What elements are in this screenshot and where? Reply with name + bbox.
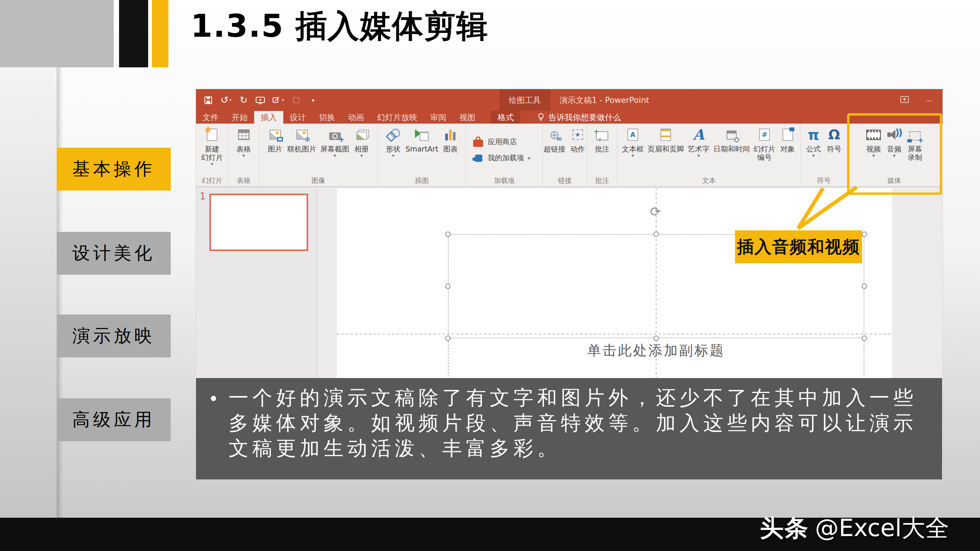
group-label: 批注 xyxy=(587,176,617,185)
smartart-button[interactable]: SmartArt xyxy=(404,127,439,153)
symbol-icon xyxy=(826,127,843,143)
redo-icon[interactable]: ↻ xyxy=(239,95,248,105)
photo-album-button[interactable]: 相册 xyxy=(352,127,371,158)
table-icon xyxy=(235,127,252,143)
undo-icon[interactable]: ↺▾ xyxy=(220,95,231,105)
equation-button[interactable]: 公式 xyxy=(804,127,823,158)
customize-qat-icon[interactable]: ▾ xyxy=(309,98,318,103)
text-box-button[interactable]: 文本框 xyxy=(621,127,645,158)
contextual-tab-group: 绘图工具 xyxy=(500,89,550,111)
slide-number: 1 xyxy=(200,191,206,202)
tab-file[interactable]: 文件 xyxy=(196,111,225,124)
ribbon-display-options-icon[interactable] xyxy=(900,96,909,104)
tab-home[interactable]: 开始 xyxy=(225,111,254,124)
screen-recording-icon xyxy=(906,127,923,143)
tab-slideshow[interactable]: 幻灯片放映 xyxy=(371,111,424,124)
group-tables: 表格 表格 xyxy=(229,124,259,186)
dropdown-arrow-icon xyxy=(812,153,815,158)
group-slides: 新建 幻灯片 幻灯片 xyxy=(196,124,229,186)
slide-thumbnail[interactable] xyxy=(209,194,308,251)
resize-handle[interactable] xyxy=(653,336,659,341)
minimize-icon[interactable] xyxy=(926,96,933,104)
ink-dropdown-icon[interactable]: ▾ xyxy=(282,98,284,102)
object-button[interactable]: 对象 xyxy=(778,127,797,153)
dropdown-arrow-icon xyxy=(632,153,634,158)
resize-handle[interactable] xyxy=(445,284,451,289)
tab-view[interactable]: 视图 xyxy=(453,111,482,124)
my-addins-icon xyxy=(472,153,484,163)
resize-handle[interactable] xyxy=(862,284,867,289)
screenshot-button[interactable]: 屏幕截图 xyxy=(319,127,351,158)
resize-handle[interactable] xyxy=(445,336,451,341)
my-addins-button[interactable]: 我的加载项 xyxy=(472,153,531,163)
body-text-line: 一个好的演示文稿除了有文字和图片外，还少不了在其中加入一些 xyxy=(229,385,917,410)
slide-number-icon xyxy=(756,127,773,143)
group-label: 媒体 xyxy=(847,176,941,185)
tab-format[interactable]: 格式 xyxy=(491,111,520,124)
action-icon xyxy=(569,127,586,143)
start-presentation-icon[interactable] xyxy=(256,96,265,104)
ribbon: 新建 幻灯片 幻灯片 表格 表格 图片 联机图片 xyxy=(196,124,942,187)
tab-insert[interactable]: 插入 xyxy=(254,111,283,124)
group-symbols: 公式 符号 符号 xyxy=(801,124,847,186)
watermark: 头条 @Excel大全 xyxy=(760,512,949,544)
hyperlink-button[interactable]: 超链接 xyxy=(543,127,567,153)
tab-review[interactable]: 审阅 xyxy=(424,111,453,124)
symbol-button[interactable]: 符号 xyxy=(825,127,844,153)
date-time-button[interactable]: 日期和时间 xyxy=(712,127,751,153)
online-pictures-button[interactable]: 联机图片 xyxy=(286,127,318,153)
rotate-handle-icon[interactable] xyxy=(650,205,661,218)
tab-transitions[interactable]: 切换 xyxy=(312,111,341,124)
tell-me-box[interactable]: 告诉我你想要做什么 xyxy=(538,111,621,124)
lightbulb-icon xyxy=(538,113,544,122)
audio-button[interactable]: 音频 xyxy=(885,127,904,158)
tab-design[interactable]: 设计 xyxy=(283,111,312,124)
group-label: 幻灯片 xyxy=(196,176,228,185)
save-icon[interactable] xyxy=(204,96,213,104)
shapes-icon xyxy=(385,127,402,143)
screen-recording-button[interactable]: 屏幕 录制 xyxy=(905,127,924,161)
pictures-button[interactable]: 图片 xyxy=(266,127,285,153)
header-gray-block xyxy=(0,0,114,67)
resize-handle[interactable] xyxy=(862,336,867,341)
date-time-icon xyxy=(723,127,740,143)
group-images: 图片 联机图片 屏幕截图 相册 图像 xyxy=(259,124,378,186)
group-text: 文本框 页眉和页脚 艺术字 日期和时间 幻灯片 编号 xyxy=(617,124,801,186)
sidebar-item-slideshow[interactable]: 演示放映 xyxy=(57,315,171,357)
dropdown-arrow-icon xyxy=(242,153,245,158)
new-slide-button[interactable]: 新建 幻灯片 xyxy=(200,127,224,166)
bullet-point: • xyxy=(208,389,219,479)
table-button[interactable]: 表格 xyxy=(234,127,253,158)
video-button[interactable]: 视频 xyxy=(864,127,883,158)
dropdown-arrow-icon xyxy=(528,156,531,161)
resize-handle[interactable] xyxy=(862,231,867,237)
wordart-button[interactable]: 艺术字 xyxy=(687,127,711,158)
group-label: 链接 xyxy=(543,176,587,185)
strip-shadow xyxy=(57,65,63,518)
equation-icon xyxy=(805,127,822,143)
header-footer-icon xyxy=(657,127,674,143)
tab-animations[interactable]: 动画 xyxy=(341,111,371,124)
sidebar-item-advanced[interactable]: 高级应用 xyxy=(57,398,171,441)
subtitle-placeholder-text[interactable]: 单击此处添加副标题 xyxy=(541,341,771,360)
sidebar-item-design[interactable]: 设计美化 xyxy=(57,232,171,275)
tell-me-label: 告诉我你想要做什么 xyxy=(549,112,621,123)
resize-handle[interactable] xyxy=(653,231,659,237)
slide-number-button[interactable]: 幻灯片 编号 xyxy=(753,127,777,161)
header-footer-button[interactable]: 页眉和页脚 xyxy=(647,127,685,153)
sidebar-item-basic-operations[interactable]: 基本操作 xyxy=(57,148,171,191)
group-label: 加载项 xyxy=(466,176,542,185)
group-label: 符号 xyxy=(801,176,847,185)
resize-handle[interactable] xyxy=(445,231,451,237)
object-icon xyxy=(779,127,796,143)
chart-button[interactable]: 图表 xyxy=(441,127,460,153)
new-comment-button[interactable]: 批注 xyxy=(593,127,612,153)
header-yellow-bar xyxy=(152,0,168,67)
ink-pen-icon[interactable]: ▾ xyxy=(273,96,284,104)
body-text-line: 多媒体对象。如视频片段、声音特效等。加入这些内容可以让演示 xyxy=(229,410,917,435)
action-button[interactable]: 动作 xyxy=(568,127,587,153)
undo-dropdown-icon[interactable]: ▾ xyxy=(229,98,232,102)
dropdown-arrow-icon xyxy=(392,153,395,158)
shapes-button[interactable]: 形状 xyxy=(384,127,403,158)
store-button[interactable]: 应用商店 xyxy=(472,137,517,147)
